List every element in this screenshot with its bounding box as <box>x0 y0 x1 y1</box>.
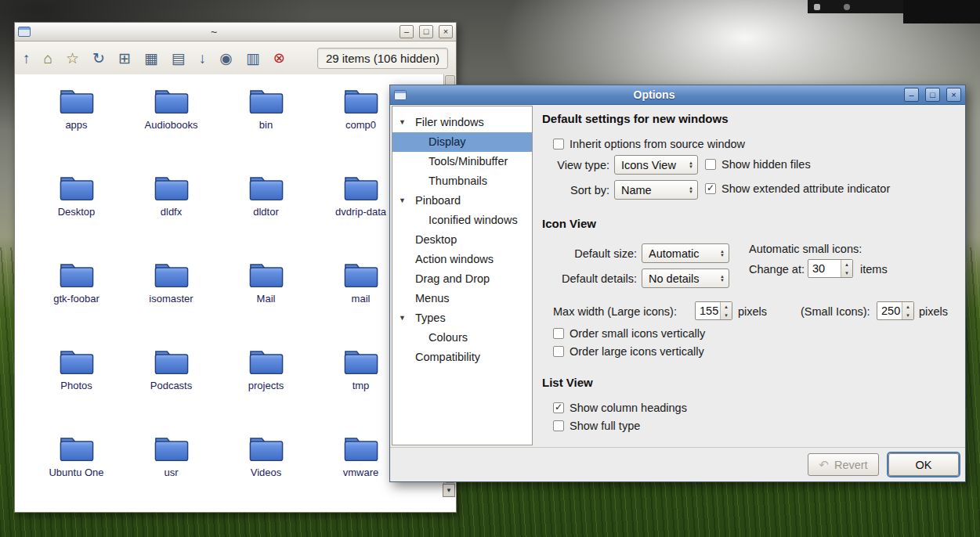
filer-titlebar[interactable]: ~ – □ × <box>15 23 456 41</box>
order-small-icons-checkbox[interactable]: Order small icons vertically <box>553 327 705 340</box>
spinner-value: 250 <box>877 302 902 319</box>
folder-icon <box>248 348 284 377</box>
revert-button[interactable]: ↶ Revert <box>808 453 879 476</box>
sort-icon[interactable]: ↓ <box>199 51 207 66</box>
combo-arrows-icon <box>682 186 693 194</box>
close-button[interactable]: × <box>439 25 453 38</box>
folder-item[interactable]: Desktop <box>29 168 124 254</box>
refresh-icon[interactable]: ↻ <box>92 51 105 66</box>
folder-item[interactable]: isomaster <box>124 254 219 341</box>
folder-item[interactable]: gtk-foobar <box>29 254 124 341</box>
details-icon[interactable]: ▥ <box>246 51 260 66</box>
new-window-icon[interactable]: ⊞ <box>118 51 131 66</box>
combo-value: Automatic <box>649 247 699 260</box>
checkbox-box[interactable] <box>705 183 716 194</box>
tree-item-menus[interactable]: Menus <box>392 289 532 308</box>
dialog-title: Options <box>410 88 898 101</box>
view-type-label: View type: <box>542 159 609 171</box>
up-icon[interactable]: ↑ <box>23 51 31 66</box>
show-column-headings-checkbox[interactable]: Show column headings <box>553 402 687 414</box>
folder-item[interactable]: dldfx <box>124 168 219 254</box>
folder-icon <box>248 174 284 203</box>
checkbox-label: Order large icons vertically <box>570 345 704 358</box>
folder-item[interactable]: projects <box>219 341 313 428</box>
checkbox-box[interactable] <box>553 328 564 339</box>
sort-by-select[interactable]: Name <box>614 180 698 200</box>
folder-item[interactable]: Ubuntu One <box>29 428 124 512</box>
section-heading-new-windows: Default settings for new windows <box>542 112 729 125</box>
folder-icon <box>343 348 379 377</box>
spinner-arrows-icon[interactable]: ▲▼ <box>902 302 913 319</box>
show-hidden-files-checkbox[interactable]: Show hidden files <box>705 158 811 171</box>
checkbox-box[interactable] <box>705 159 716 170</box>
tree-item-action-windows[interactable]: Action windows <box>392 250 532 269</box>
change-at-spinner[interactable]: 30 ▲▼ <box>808 259 853 278</box>
tree-item-colours[interactable]: Colours <box>392 328 532 348</box>
tree-item-tools-minibuffer[interactable]: Tools/Minibuffer <box>392 152 532 171</box>
select-icon[interactable]: ⊗ <box>273 51 285 65</box>
icons-view-icon[interactable]: ▦ <box>144 51 158 66</box>
tree-item-thumbnails[interactable]: Thumbnails <box>392 171 532 191</box>
dialog-titlebar[interactable]: Options – □ × <box>390 85 965 105</box>
spinner-arrows-icon[interactable]: ▲▼ <box>841 260 852 277</box>
minimize-button[interactable]: – <box>904 88 919 102</box>
tree-item-types[interactable]: Types <box>392 308 532 328</box>
tree-item-pinboard[interactable]: Pinboard <box>392 191 532 211</box>
folder-item[interactable]: Audiobooks <box>124 81 219 168</box>
folder-item[interactable]: Podcasts <box>124 341 219 428</box>
maximize-button[interactable]: □ <box>925 88 940 102</box>
folder-name: Videos <box>251 467 282 478</box>
tree-item-compatibility[interactable]: Compatibility <box>392 348 532 367</box>
combo-value: No details <box>649 272 699 285</box>
close-button[interactable]: × <box>946 88 961 102</box>
bookmarks-icon[interactable]: ☆ <box>66 51 79 66</box>
tree-item-filer-windows[interactable]: Filer windows <box>392 113 532 132</box>
expander-icon[interactable] <box>399 113 406 132</box>
max-width-label: Max width (Large icons): <box>553 305 677 318</box>
checkbox-box[interactable] <box>553 346 564 357</box>
filer-title: ~ <box>34 26 394 38</box>
tree-item-display[interactable]: Display <box>392 132 532 152</box>
default-size-select[interactable]: Automatic <box>642 243 729 263</box>
combo-value: Icons View <box>621 159 676 171</box>
list-view-icon[interactable]: ▤ <box>172 51 186 66</box>
options-tree: Filer windows Display Tools/Minibuffer T… <box>392 106 533 445</box>
order-large-icons-checkbox[interactable]: Order large icons vertically <box>553 345 704 358</box>
folder-item[interactable]: Photos <box>29 341 124 428</box>
spinner-arrows-icon[interactable]: ▲▼ <box>720 302 732 319</box>
folder-name: dldfx <box>161 206 182 218</box>
minimize-button[interactable]: – <box>400 25 414 38</box>
checkbox-box[interactable] <box>553 420 564 431</box>
folder-item[interactable]: apps <box>29 81 124 168</box>
max-width-spinner[interactable]: 155 ▲▼ <box>695 301 732 320</box>
folder-icon <box>248 261 284 290</box>
checkbox-box[interactable] <box>553 402 564 413</box>
view-type-select[interactable]: Icons View <box>614 155 698 175</box>
tree-item-iconified-windows[interactable]: Iconified windows <box>392 211 532 230</box>
folder-item[interactable]: bin <box>219 81 313 168</box>
default-size-label: Default size: <box>542 247 637 260</box>
ok-button[interactable]: OK <box>888 453 959 476</box>
extended-attribute-checkbox[interactable]: Show extended attribute indicator <box>705 182 890 195</box>
default-details-select[interactable]: No details <box>642 268 729 288</box>
folder-item[interactable]: dldtor <box>219 168 313 254</box>
expander-icon[interactable] <box>399 191 406 211</box>
folder-icon <box>154 174 190 203</box>
folder-item[interactable]: usr <box>124 428 219 512</box>
small-icons-spinner[interactable]: 250 ▲▼ <box>877 301 914 320</box>
tree-item-drag-and-drop[interactable]: Drag and Drop <box>392 269 532 289</box>
expander-icon[interactable] <box>399 308 406 328</box>
folder-item[interactable]: Videos <box>219 428 313 512</box>
inherit-options-checkbox[interactable]: Inherit options from source window <box>553 138 745 150</box>
maximize-button[interactable]: □ <box>419 25 433 38</box>
scroll-down-icon[interactable] <box>443 484 455 497</box>
show-hidden-icon[interactable]: ◉ <box>219 51 233 66</box>
folder-item[interactable]: Mail <box>219 254 313 341</box>
checkbox-label: Order small icons vertically <box>570 327 705 340</box>
checkbox-box[interactable] <box>553 139 564 150</box>
folder-icon <box>154 261 190 290</box>
tree-item-desktop[interactable]: Desktop <box>392 230 532 250</box>
section-heading-list-view: List View <box>542 376 593 389</box>
home-icon[interactable]: ⌂ <box>44 51 52 66</box>
show-full-type-checkbox[interactable]: Show full type <box>553 420 640 432</box>
